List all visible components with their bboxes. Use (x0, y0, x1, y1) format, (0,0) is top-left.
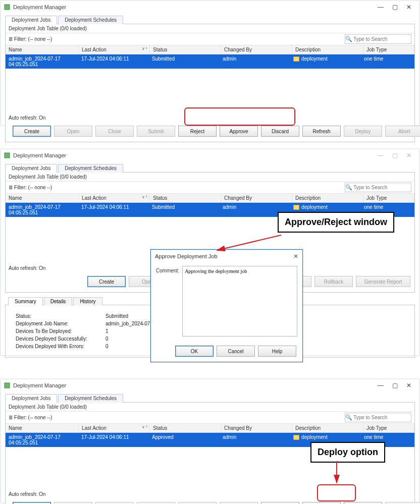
reject-button[interactable]: Reject (178, 126, 217, 137)
create-button[interactable]: Create (87, 276, 126, 287)
tab-history[interactable]: History (73, 297, 102, 305)
col-description[interactable]: Description (292, 45, 363, 54)
search-box[interactable]: 🔍 (345, 183, 411, 192)
cell-description: deployment (290, 54, 361, 69)
auto-refresh-status: Auto refresh: On (6, 113, 414, 123)
dialog-ok-button[interactable]: OK (175, 346, 214, 357)
summary-success-label: Devices Deployed Successfully: (16, 335, 106, 343)
dialog-help-button[interactable]: Help (258, 346, 296, 357)
window-minimize-button[interactable]: — (374, 380, 388, 390)
annotation-deploy-option: Deploy option (310, 442, 385, 463)
submit-button: Submit (137, 502, 175, 504)
window-maximize-button[interactable]: ▢ (388, 380, 402, 390)
sort-indicator-icon: ∨ ¹ (142, 46, 147, 51)
window-minimize-button[interactable]: — (374, 2, 388, 12)
tab-deployment-jobs[interactable]: Deployment Jobs (5, 16, 57, 24)
tab-summary[interactable]: Summary (8, 297, 43, 305)
cell-name: admin_job_2024-07-17 04:05:25.051 (6, 54, 78, 69)
app-title: Deployment Manager (13, 382, 66, 388)
col-last-action[interactable]: Last Action∨ ¹ (79, 45, 150, 54)
dialog-title: Approve Deployment Job (155, 253, 218, 259)
col-changed-by[interactable]: Changed By (221, 45, 292, 54)
dialog-close-button[interactable]: ✕ (293, 253, 298, 260)
col-name[interactable]: Name (6, 45, 79, 54)
search-box[interactable]: 🔍 (345, 34, 411, 44)
app-icon (4, 152, 10, 158)
generate-report-button: Generate Report (356, 276, 410, 287)
window-maximize-button[interactable]: ▢ (388, 2, 402, 12)
cell-job-type: one time (361, 54, 414, 69)
tab-deployment-schedules[interactable]: Deployment Schedules (58, 164, 123, 173)
submit-button: Submit (137, 126, 175, 137)
cell-last-action: 17-Jul-2024 04:06:11 (78, 54, 149, 69)
refresh-button[interactable]: Refresh (302, 126, 341, 137)
folder-icon (293, 57, 299, 62)
window-close-button: ✕ (402, 150, 416, 160)
search-input[interactable] (352, 185, 411, 190)
col-status[interactable]: Status (150, 45, 221, 54)
col-description[interactable]: Description (292, 424, 363, 432)
table-header: Name Last Action∨ ¹ Status Changed By De… (6, 45, 414, 54)
open-button: Open (54, 502, 92, 504)
summary-status-label: Status: (16, 312, 106, 320)
titlebar: Deployment Manager — ▢ ✕ (1, 379, 419, 391)
search-input[interactable] (352, 36, 411, 42)
col-last-action[interactable]: Last Action∨ ¹ (79, 194, 150, 202)
main-tabs: Deployment Jobs Deployment Schedules (5, 15, 419, 24)
panel-title: Deployment Job Table (0/0 loaded) (6, 403, 414, 411)
col-job-type[interactable]: Job Type (363, 45, 414, 54)
search-input[interactable] (352, 415, 411, 420)
auto-refresh-status: Auto refresh: On (6, 489, 414, 499)
discard-button[interactable]: Discard (261, 502, 299, 504)
window-minimize-button: — (374, 150, 388, 160)
tab-deployment-schedules[interactable]: Deployment Schedules (58, 16, 123, 24)
deployment-manager-window-1: Deployment Manager — ▢ ✕ Deployment Jobs… (0, 0, 420, 126)
app-icon (4, 4, 10, 10)
reject-button: Reject (178, 502, 217, 504)
job-table-panel: Deployment Job Table (0/0 loaded) Filter… (5, 24, 415, 142)
filter-label[interactable]: Filter: (-- none --) (9, 36, 52, 42)
table-row[interactable]: admin_job_2024-07-17 04:05:25.051 17-Jul… (6, 54, 414, 69)
col-name[interactable]: Name (6, 424, 79, 432)
tab-deployment-jobs[interactable]: Deployment Jobs (5, 394, 57, 403)
col-status[interactable]: Status (150, 424, 221, 432)
deploy-button: Deploy (344, 126, 382, 137)
sort-indicator-icon: ∨ ¹ (142, 425, 147, 429)
approve-button[interactable]: Approve (220, 126, 258, 137)
filter-label[interactable]: Filter: (-- none --) (9, 185, 52, 190)
refresh-button[interactable]: Refresh (302, 502, 341, 504)
col-last-action[interactable]: Last Action∨ ¹ (79, 424, 150, 432)
search-icon: 🔍 (345, 414, 352, 421)
panel-title: Deployment Job Table (0/0 loaded) (6, 24, 414, 33)
filter-label[interactable]: Filter: (-- none --) (9, 415, 52, 420)
folder-icon (293, 435, 299, 440)
tab-details[interactable]: Details (44, 297, 73, 305)
col-status[interactable]: Status (150, 194, 221, 202)
window-maximize-button: ▢ (388, 150, 402, 160)
create-button[interactable]: Create (13, 502, 51, 504)
discard-button[interactable]: Discard (261, 126, 299, 137)
search-box[interactable]: 🔍 (345, 413, 411, 422)
col-description[interactable]: Description (292, 194, 363, 202)
tab-deployment-jobs[interactable]: Deployment Jobs (5, 164, 57, 173)
col-job-type[interactable]: Job Type (363, 194, 414, 202)
tab-deployment-schedules[interactable]: Deployment Schedules (58, 394, 123, 403)
window-close-button[interactable]: ✕ (402, 380, 416, 390)
col-changed-by[interactable]: Changed By (221, 424, 292, 432)
comment-textarea[interactable]: Approving the deployment job (182, 266, 297, 337)
summary-devices-label: Devices To Be Deployed: (16, 327, 106, 335)
summary-errors-label: Devices Deployed With Errors: (16, 343, 106, 350)
window-close-button[interactable]: ✕ (402, 2, 416, 12)
action-button-bar: Create Open Close Submit Reject Approve … (6, 123, 414, 142)
col-job-type[interactable]: Job Type (363, 424, 414, 432)
close-button: Close (95, 502, 134, 504)
summary-jobname-label: Deployment Job Name: (16, 320, 106, 327)
svg-rect-3 (5, 383, 10, 388)
deploy-button[interactable]: Deploy (344, 502, 382, 504)
dialog-cancel-button[interactable]: Cancel (217, 346, 255, 357)
approve-deployment-job-dialog: Approve Deployment Job ✕ Comment: Approv… (150, 249, 303, 362)
create-button[interactable]: Create (13, 126, 51, 137)
col-name[interactable]: Name (6, 194, 79, 202)
col-changed-by[interactable]: Changed By (221, 194, 292, 202)
sort-indicator-icon: ∨ ¹ (142, 195, 147, 199)
